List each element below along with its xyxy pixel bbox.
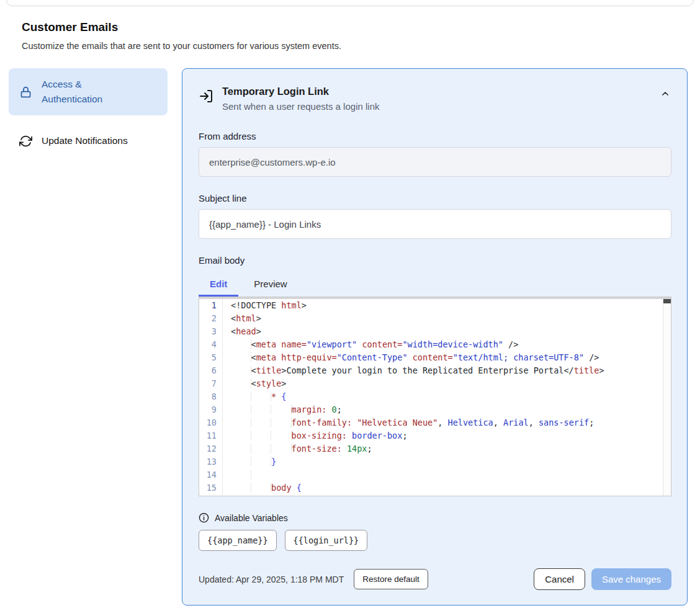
code-line-content[interactable]: * { (223, 390, 286, 403)
code-line: 14 (199, 468, 662, 481)
line-number: 6 (199, 364, 223, 377)
tab-edit[interactable]: Edit (199, 274, 238, 297)
panel-title: Temporary Login Link (222, 84, 379, 99)
temporary-login-link-panel: Temporary Login Link Sent when a user re… (182, 68, 688, 606)
code-line: 15 body { (199, 481, 662, 494)
line-number: 7 (199, 377, 223, 390)
code-line: 7 <style> (199, 377, 662, 390)
save-changes-button[interactable]: Save changes (591, 568, 671, 590)
line-number: 5 (199, 351, 223, 364)
code-line-content[interactable]: <title>Complete your login to the Replic… (223, 364, 604, 377)
panel-header-text: Temporary Login Link Sent when a user re… (222, 84, 379, 114)
line-number: 1 (199, 299, 223, 312)
line-number: 12 (199, 442, 223, 455)
line-number: 16 (199, 494, 223, 496)
login-icon (199, 89, 213, 104)
variable-chips: {{app_name}} {{login_url}} (199, 530, 671, 551)
tab-preview[interactable]: Preview (243, 274, 298, 297)
line-number: 11 (199, 429, 223, 442)
email-body-tabs: Edit Preview (199, 274, 671, 297)
panel-footer: Updated: Apr 29, 2025, 1:18 PM MDT Resto… (199, 568, 671, 590)
code-line-content[interactable]: <meta name="viewport" content="width=dev… (223, 338, 518, 351)
email-body-label: Email body (199, 255, 671, 266)
sidebar-item-label: Update Notifications (42, 135, 128, 146)
subject-line-label: Subject line (199, 193, 671, 203)
code-line-content[interactable]: body { (223, 481, 302, 494)
updated-timestamp: Updated: Apr 29, 2025, 1:18 PM MDT (199, 574, 344, 584)
available-variables-label: Available Variables (215, 513, 288, 523)
code-line: 3<head> (199, 325, 662, 338)
from-address-input[interactable] (199, 147, 671, 177)
line-number: 10 (199, 416, 223, 429)
restore-default-button[interactable]: Restore default (354, 569, 428, 589)
code-line: 9 margin: 0; (199, 403, 662, 416)
code-lines: 1<!DOCTYPE html>2<html>3<head>4 <meta na… (199, 299, 662, 496)
code-line: 5 <meta http-equiv="Content-Type" conten… (199, 351, 662, 364)
code-line-content[interactable]: <style> (223, 377, 286, 390)
code-line: 6 <title>Complete your login to the Repl… (199, 364, 662, 377)
sidebar-item-access-authentication[interactable]: Access & Authentication (9, 68, 168, 115)
editor-vertical-scrollbar[interactable] (663, 299, 671, 496)
code-line-content[interactable]: } (223, 455, 276, 468)
variable-chip-app-name[interactable]: {{app_name}} (199, 530, 277, 551)
sidebar-item-label: Access & Authentication (42, 77, 123, 107)
cancel-button[interactable]: Cancel (534, 568, 585, 590)
subject-line-input[interactable] (199, 209, 671, 239)
line-number: 4 (199, 338, 223, 351)
lock-icon (19, 85, 32, 99)
content-columns: Access & Authentication Update Notificat… (9, 68, 688, 606)
code-line: 13 } (199, 455, 662, 468)
line-number: 14 (199, 468, 223, 481)
code-line-content[interactable]: <html> (223, 312, 261, 325)
code-line: 1<!DOCTYPE html> (199, 299, 662, 312)
sidebar-item-update-notifications[interactable]: Update Notifications (9, 127, 168, 155)
code-line-content[interactable]: font-size: 14px; (223, 442, 372, 455)
line-number: 9 (199, 403, 223, 416)
code-line-content[interactable]: box-sizing: border-box; (223, 429, 408, 442)
page-title: Customer Emails (22, 20, 700, 34)
code-line-content[interactable]: <!DOCTYPE html> (223, 299, 307, 312)
line-number: 3 (199, 325, 223, 338)
editor-top-scroll-track (199, 297, 671, 299)
panel-subtitle: Sent when a user requests a login link (222, 100, 379, 114)
code-line-content[interactable]: font-family: "Helvetica Neue", Helvetica… (223, 416, 594, 429)
scrollbar-thumb[interactable] (663, 299, 671, 303)
code-line-content[interactable]: <meta http-equiv="Content-Type" content=… (223, 351, 599, 364)
panel-header: Temporary Login Link Sent when a user re… (199, 84, 671, 114)
email-types-sidebar: Access & Authentication Update Notificat… (9, 68, 168, 155)
code-editor[interactable]: 1<!DOCTYPE html>2<html>3<head>4 <meta na… (199, 297, 671, 496)
chevron-up-icon[interactable] (659, 87, 671, 100)
code-line: 2<html> (199, 312, 662, 325)
code-line-content[interactable]: <head> (223, 325, 261, 338)
code-line: 11 box-sizing: border-box; (199, 429, 662, 442)
code-line: 8 * { (199, 390, 662, 403)
line-number: 2 (199, 312, 223, 325)
code-line: 12 font-size: 14px; (199, 442, 662, 455)
previous-section-card-edge (6, 0, 694, 6)
refresh-icon (19, 134, 32, 148)
code-line: 16 background-color: #ffffff; (199, 494, 662, 496)
variable-chip-login-url[interactable]: {{login_url}} (285, 530, 368, 551)
line-number: 15 (199, 481, 223, 494)
code-line: 4 <meta name="viewport" content="width=d… (199, 338, 662, 351)
code-line-content[interactable] (223, 468, 251, 481)
page-subtitle: Customize the emails that are sent to yo… (22, 41, 700, 51)
from-address-label: From address (199, 131, 671, 141)
code-line-content[interactable]: background-color: #ffffff; (223, 494, 423, 496)
line-number: 13 (199, 455, 223, 468)
available-variables-header: Available Variables (199, 512, 671, 523)
info-icon (199, 512, 209, 523)
code-line-content[interactable]: margin: 0; (223, 403, 342, 416)
code-line: 10 font-family: "Helvetica Neue", Helvet… (199, 416, 662, 429)
line-number: 8 (199, 390, 223, 403)
